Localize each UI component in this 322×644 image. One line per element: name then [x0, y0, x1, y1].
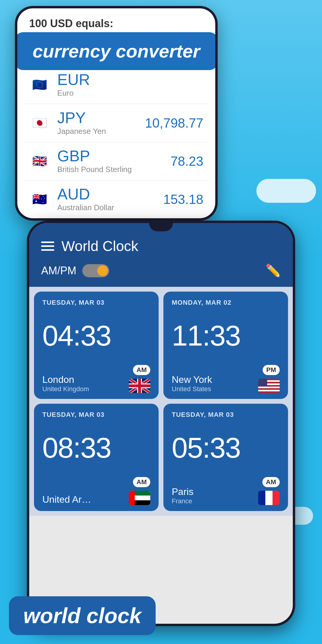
world-clock-screen: World Clock AM/PM ✏️ TUESDAY, MAR 03 04:…: [29, 223, 293, 624]
currency-item-aud[interactable]: 🇦🇺 AUD Australian Dollar 153.18: [23, 180, 209, 218]
flag-paris: [258, 491, 280, 505]
currency-banner: currency converter: [17, 32, 215, 70]
world-clock-label-text: world clock: [23, 603, 141, 628]
currency-item-gbp[interactable]: 🇬🇧 GBP British Pound Sterling 78.23: [23, 142, 209, 180]
currency-code-jpy: JPY: [57, 110, 145, 126]
hamburger-line-3: [41, 249, 54, 251]
card-bottom-paris: Paris France AM: [172, 477, 280, 505]
svg-rect-12: [265, 491, 273, 505]
currency-banner-text: currency converter: [29, 41, 203, 62]
ampm-badge-paris: AM: [262, 477, 280, 487]
clock-card-london[interactable]: TUESDAY, MAR 03 04:33 London United King…: [34, 292, 159, 399]
flag-newyork: [258, 379, 280, 393]
card-country-london: United Kingdom: [42, 385, 129, 393]
menu-button[interactable]: [41, 242, 54, 251]
currency-code-eur: EUR: [57, 72, 203, 87]
ampm-badge-uae: AM: [133, 477, 150, 487]
currency-phone: 100 USD equals: 🇺🇸 USD 100 🇪🇺 EUR Euro: [15, 6, 218, 221]
currency-value-aud: 153.18: [163, 192, 203, 207]
clock-card-paris[interactable]: TUESDAY, MAR 03 05:33 Paris France AM: [163, 404, 288, 511]
card-date-newyork: MONDAY, MAR 02: [172, 299, 280, 306]
svg-rect-13: [273, 491, 280, 505]
card-right-london: AM: [129, 365, 150, 393]
currency-info-gbp: GBP British Pound Sterling: [57, 148, 171, 174]
clock-card-newyork[interactable]: MONDAY, MAR 02 11:33 New York United Sta…: [163, 292, 288, 399]
currency-code-gbp: GBP: [57, 148, 171, 164]
card-right-paris: AM: [258, 477, 280, 505]
flag-uae: [129, 491, 150, 505]
svg-rect-11: [258, 491, 265, 505]
flag-london: [129, 379, 150, 393]
currency-value-gbp: 78.23: [171, 154, 203, 169]
card-city-block-paris: Paris France: [172, 486, 258, 505]
clock-title: World Clock: [61, 238, 281, 254]
svg-rect-6: [258, 379, 267, 386]
card-time-london: 04:33: [42, 311, 150, 360]
currency-phone-screen: 100 USD equals: 🇺🇸 USD 100 🇪🇺 EUR Euro: [17, 8, 215, 218]
edit-icon-wrap: ✏️: [265, 263, 281, 278]
card-city-uae: United Arab Emira...: [42, 494, 96, 505]
currency-name-jpy: Japanese Yen: [57, 127, 145, 136]
flag-eur: 🇪🇺: [29, 75, 50, 95]
currency-name-gbp: British Pound Sterling: [57, 165, 171, 174]
currency-info-aud: AUD Australian Dollar: [57, 186, 163, 212]
card-bottom-newyork: New York United States PM: [172, 365, 280, 393]
card-date-uae: TUESDAY, MAR 03: [42, 411, 150, 419]
world-clock-phone: World Clock AM/PM ✏️ TUESDAY, MAR 03 04:…: [27, 221, 295, 626]
currency-item-eur[interactable]: 🇪🇺 EUR Euro: [23, 66, 209, 104]
card-time-uae: 08:33: [42, 423, 150, 472]
card-country-newyork: United States: [172, 385, 258, 393]
hamburger-line-1: [41, 242, 54, 243]
hamburger-line-2: [41, 245, 54, 247]
svg-rect-10: [129, 491, 135, 505]
currency-info-jpy: JPY Japanese Yen: [57, 110, 145, 136]
svg-rect-5: [258, 390, 280, 391]
card-bottom-uae: United Arab Emira... AM: [42, 477, 150, 505]
svg-rect-4: [258, 387, 280, 388]
ampm-badge-london: AM: [133, 365, 150, 375]
card-city-newyork: New York: [172, 374, 258, 385]
cloud-decoration-1: [256, 179, 316, 203]
toggle-thumb: [97, 265, 108, 276]
card-time-newyork: 11:33: [172, 311, 280, 360]
currency-value-jpy: 10,798.77: [145, 116, 203, 131]
card-time-paris: 05:33: [172, 423, 280, 472]
flag-aud: 🇦🇺: [29, 189, 50, 210]
clock-grid: TUESDAY, MAR 03 04:33 London United King…: [29, 287, 293, 516]
flag-gbp: 🇬🇧: [29, 151, 50, 172]
clock-toolbar: AM/PM ✏️: [29, 260, 293, 287]
world-clock-label: world clock: [9, 596, 156, 635]
card-bottom-london: London United Kingdom AM: [42, 365, 150, 393]
card-city-london: London: [42, 374, 129, 385]
card-right-newyork: PM: [258, 365, 280, 393]
ampm-badge-newyork: PM: [263, 365, 280, 375]
ampm-label: AM/PM: [41, 264, 76, 277]
card-city-paris: Paris: [172, 486, 258, 497]
card-city-block-newyork: New York United States: [172, 374, 258, 393]
edit-icon[interactable]: ✏️: [265, 264, 281, 278]
card-date-london: TUESDAY, MAR 03: [42, 299, 150, 306]
card-date-paris: TUESDAY, MAR 03: [172, 411, 280, 419]
currency-code-aud: AUD: [57, 186, 163, 202]
currency-item-jpy[interactable]: 🇯🇵 JPY Japanese Yen 10,798.77: [23, 104, 209, 142]
card-right-uae: AM: [129, 477, 150, 505]
ampm-toggle[interactable]: [82, 264, 109, 277]
currency-name-aud: Australian Dollar: [57, 203, 163, 212]
clock-card-uae[interactable]: TUESDAY, MAR 03 08:33 United Arab Emira.…: [34, 404, 159, 511]
currency-name-eur: Euro: [57, 89, 203, 98]
currency-equals-label: 100 USD equals:: [29, 17, 113, 30]
currency-header: 100 USD equals:: [17, 8, 215, 33]
card-city-block-uae: United Arab Emira...: [42, 494, 129, 505]
card-city-block-london: London United Kingdom: [42, 374, 129, 393]
currency-info-eur: EUR Euro: [57, 72, 203, 98]
card-country-paris: France: [172, 497, 258, 505]
flag-jpy: 🇯🇵: [29, 113, 50, 134]
